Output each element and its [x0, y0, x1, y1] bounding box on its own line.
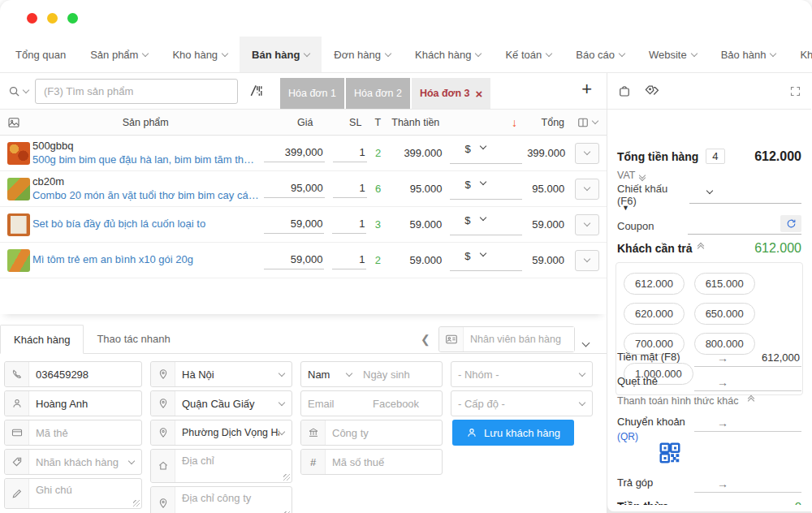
customer-label-select[interactable]: Nhãn khách hàng — [4, 449, 142, 475]
discount-input[interactable] — [450, 270, 522, 271]
group-select[interactable]: - Nhóm - — [451, 361, 593, 387]
barcode-scanner-icon[interactable] — [248, 83, 265, 99]
address-input[interactable] — [175, 450, 292, 482]
zoom-window-button[interactable] — [67, 13, 78, 24]
qr-code-icon[interactable] — [658, 441, 682, 465]
close-tab-icon[interactable]: × — [476, 87, 483, 101]
nav-item-bao-hanh[interactable]: Bảo hành — [709, 37, 788, 72]
phone-input[interactable] — [29, 362, 141, 386]
cash-input[interactable]: →612,000 — [694, 349, 801, 367]
search-type-select[interactable] — [8, 85, 28, 97]
close-window-button[interactable] — [27, 13, 37, 24]
save-customer-button[interactable]: Lưu khách hàng — [452, 420, 574, 446]
transfer-qr-label[interactable]: (QR) — [617, 431, 694, 442]
header-qty[interactable]: SL — [324, 117, 366, 128]
product-name-link[interactable]: 500g bim bim que đậu hà lan, bim bim tăm… — [32, 153, 259, 167]
minimize-window-button[interactable] — [47, 13, 58, 24]
nav-item-bao-cao[interactable]: Báo cáo — [564, 37, 637, 72]
cart-row-1[interactable]: 500gbbq 500g bim bim que đậu hà lan, bim… — [0, 136, 607, 171]
cart-row-4[interactable]: Mì tôm trẻ em an bình x10 gói 20g 59,000… — [0, 243, 607, 278]
card-payment-input[interactable]: → — [694, 373, 801, 391]
cart-row-2[interactable]: cb20m Combo 20 món ăn vặt tuổi thơ bim b… — [0, 171, 607, 207]
row-options-button[interactable] — [575, 214, 599, 235]
nav-item-ban-hang[interactable]: Bán hàng — [240, 37, 322, 72]
gender-select[interactable]: Nam — [301, 362, 347, 386]
ward-select[interactable]: Phường Dịch Vọng Hậu — [150, 420, 292, 446]
qty-input[interactable]: 1 — [332, 252, 366, 269]
refresh-icon[interactable] — [780, 215, 801, 232]
price-input[interactable]: 399,000 — [264, 144, 325, 162]
product-name-link[interactable]: Combo 20 món ăn vặt tuổi thơ bim bim cay… — [32, 189, 259, 203]
header-price[interactable]: Giá — [264, 117, 325, 128]
discount-input[interactable] — [450, 235, 522, 235]
nav-item-don-hang[interactable]: Đơn hàng — [322, 37, 403, 72]
nav-item-ke-toan[interactable]: Kế toán — [493, 37, 564, 72]
quick-amount-button[interactable]: 615.000 — [694, 273, 755, 295]
tab-invoice-2[interactable]: Hóa đơn 2 — [346, 78, 410, 109]
chevron-double-up-icon[interactable] — [698, 246, 703, 251]
company-input[interactable] — [326, 420, 442, 445]
product-name-link[interactable]: Mì tôm trẻ em an bình x10 gói 20g — [32, 253, 259, 267]
qty-input[interactable]: 1 — [332, 216, 366, 234]
discount-input[interactable] — [689, 186, 801, 204]
search-input[interactable] — [35, 79, 238, 104]
nav-item-website[interactable]: Website — [637, 37, 709, 72]
quick-amount-button[interactable]: 612.000 — [624, 273, 685, 295]
transfer-input[interactable]: → — [694, 414, 801, 432]
discount-type-select[interactable]: $ — [442, 136, 527, 170]
tab-thao-tac-nhanh[interactable]: Thao tác nhanh — [84, 325, 183, 353]
quick-amount-button[interactable]: 620.000 — [624, 303, 685, 325]
district-select[interactable]: Quận Cầu Giấy — [150, 390, 292, 416]
seller-input[interactable] — [464, 327, 574, 351]
row-options-button[interactable] — [575, 179, 599, 200]
city-select[interactable]: Hà Nội — [150, 361, 292, 387]
vat-row[interactable]: VAT — [617, 170, 801, 181]
installment-input[interactable]: → — [694, 475, 801, 493]
quick-amount-button[interactable]: 650.000 — [694, 303, 755, 325]
note-input[interactable] — [29, 479, 141, 508]
price-input[interactable]: 59,000 — [264, 252, 325, 269]
expand-section-button[interactable] — [583, 334, 589, 349]
header-total[interactable]: Tổng — [527, 117, 568, 128]
company-address-input[interactable] — [175, 487, 292, 513]
coupon-input[interactable] — [688, 217, 801, 235]
cart-row-3[interactable]: Set bò bía đầy đủ bịch lá cuốn loại to 5… — [0, 207, 607, 243]
price-input[interactable]: 95,000 — [264, 180, 325, 198]
nav-item-san-pham[interactable]: Sản phẩm — [78, 37, 160, 72]
tab-invoice-1[interactable]: Hóa đơn 1 — [280, 78, 344, 109]
discount-expander[interactable]: ▼ — [622, 204, 801, 212]
header-amount[interactable]: Thành tiền — [389, 117, 442, 128]
collapse-left-icon[interactable]: ❮ — [421, 333, 430, 346]
qty-input[interactable]: 1 — [333, 144, 367, 162]
level-select[interactable]: - Cấp độ - — [451, 390, 593, 416]
tax-code-input[interactable] — [326, 450, 442, 474]
facebook-input[interactable] — [366, 391, 442, 416]
row-options-button[interactable] — [575, 143, 599, 164]
fullscreen-icon[interactable] — [789, 85, 801, 97]
discount-type-select[interactable]: $ — [442, 207, 527, 242]
discount-type-select[interactable]: $ — [442, 171, 527, 206]
row-options-button[interactable] — [575, 250, 599, 271]
sort-descending-icon[interactable]: ↓ — [512, 116, 517, 129]
tab-khach-hang[interactable]: Khách hàng — [0, 325, 84, 354]
shopping-bag-icon[interactable] — [617, 84, 632, 98]
price-input[interactable]: 59,000 — [264, 216, 325, 234]
nav-item-kho-hang[interactable]: Kho hàng — [160, 37, 240, 72]
tab-invoice-3[interactable]: Hóa đơn 3× — [412, 78, 490, 109]
discount-input[interactable] — [450, 163, 522, 164]
card-code-input[interactable] — [29, 420, 141, 445]
customer-name-input[interactable] — [29, 391, 141, 416]
product-name-link[interactable]: Set bò bía đầy đủ bịch lá cuốn loại to — [32, 218, 259, 231]
add-invoice-button[interactable]: + — [581, 80, 592, 98]
discount-type-select[interactable]: $ — [442, 243, 527, 278]
header-stock[interactable]: T — [366, 117, 389, 128]
nav-item-khuyen-mai[interactable]: Khuyến mại — [788, 37, 812, 72]
qty-input[interactable]: 1 — [333, 180, 367, 198]
email-input[interactable] — [301, 391, 366, 416]
nav-item-khach-hang[interactable]: Khách hàng — [403, 37, 493, 72]
other-payment-row[interactable]: Thanh toán hình thức khác — [617, 395, 801, 407]
birthday-input[interactable] — [356, 362, 442, 386]
column-settings-button[interactable] — [577, 117, 598, 128]
header-product[interactable]: Sản phẩm — [32, 117, 264, 128]
discount-input[interactable] — [450, 199, 522, 200]
